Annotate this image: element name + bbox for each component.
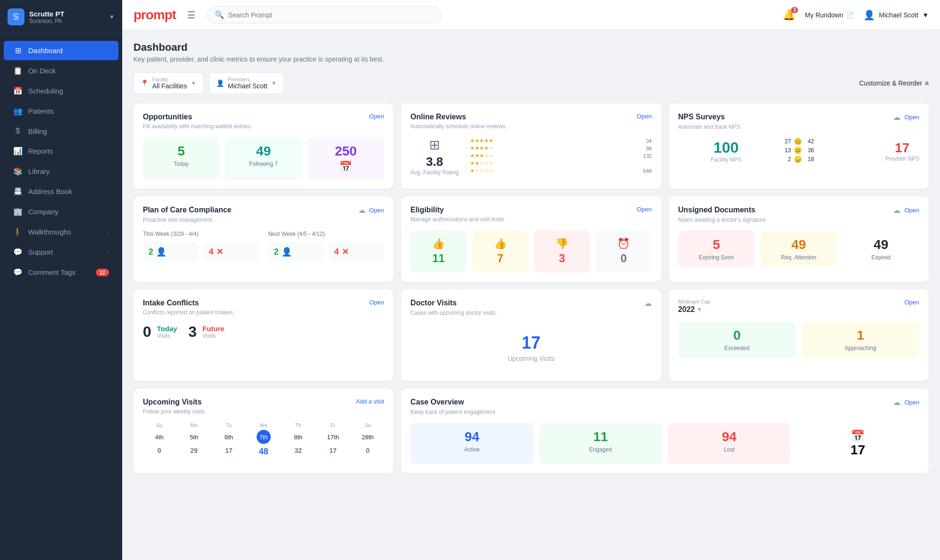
unsigned-subtitle: Notes awaiting a doctor's signature. (678, 217, 919, 223)
sidebar-item-address-book[interactable]: 📇 Address Book (4, 182, 118, 201)
intake-subtitle: Conflicts reported on patient intakes. (143, 309, 384, 316)
case-overview-subtitle: Keep track of patient engagement. (410, 409, 919, 415)
day-name-sa: Sa (351, 422, 384, 428)
notification-badge: 3 (791, 7, 799, 13)
facility-filter[interactable]: 📍 Facility All Facilities ▼ (133, 72, 204, 94)
sidebar-item-reports[interactable]: 📊 Reports (4, 141, 118, 161)
case-calendar-metric: 📅 17 (796, 423, 919, 464)
facility-nps-block: 100 Facility NPS (678, 139, 774, 163)
case-active-value: 94 (417, 429, 527, 444)
sidebar-item-library[interactable]: 📚 Library (4, 162, 118, 181)
nps-row-2: 13 😐 36 (782, 147, 877, 154)
calendar-icon: 📅 (315, 161, 376, 173)
sidebar-item-patients[interactable]: 👥 Patients (4, 101, 118, 121)
customize-reorder-button[interactable]: Customize & Reorder ≡ (859, 79, 929, 87)
sidebar-item-support[interactable]: 💬 Support › (4, 242, 118, 262)
providers-value: Michael Scott (228, 82, 267, 90)
intake-future-item: 3 Future Visits (188, 323, 224, 341)
case-lost-value: 94 (674, 429, 784, 444)
sidebar-item-comment-tags[interactable]: 💬 Comment Tags 12 (4, 263, 118, 282)
main-content: prompt ☰ 🔍 🔔 3 My Rundown 📄 👤 Michael Sc… (122, 0, 940, 560)
doctor-visits-cloud-icon: ☁ (644, 299, 652, 308)
medicare-cap-card: Medicare Cap 2022 ▼ Open 0 Exceeded (669, 289, 929, 381)
medicare-open-link[interactable]: Open (904, 299, 919, 306)
library-icon: 📚 (13, 167, 23, 176)
unsigned-open-link[interactable]: Open (904, 207, 919, 214)
elig-good-value: 11 (418, 252, 459, 265)
day-col-sa: Sa 28th 0 (351, 422, 384, 457)
sidebar-item-dashboard[interactable]: ⊞ Dashboard (4, 41, 118, 60)
case-lost-metric: 94 Lost (668, 423, 791, 464)
page-header: Dashboard Key patient, provider, and cli… (133, 41, 929, 63)
req-attention-label: Req. Attention (767, 254, 830, 261)
search-input[interactable] (228, 11, 434, 19)
expiring-soon-label: Expiring Soon (685, 254, 748, 261)
search-bar[interactable]: 🔍 (207, 6, 442, 23)
nps-left-3: 2 (782, 156, 791, 163)
opportunities-metrics: 5 Today 49 Following 7 250 📅 (143, 137, 384, 179)
opportunities-subtitle: Fill availability with matching waitlist… (143, 123, 384, 130)
opportunities-open-link[interactable]: Open (369, 113, 384, 120)
avg-rating-value: 3.8 (410, 155, 459, 169)
sidebar-item-scheduling[interactable]: 📅 Scheduling (4, 81, 118, 101)
menu-icon[interactable]: ☰ (187, 9, 196, 21)
avg-rating-label: Avg. Facility Rating (410, 169, 459, 176)
nps-open-link[interactable]: Open (904, 114, 919, 121)
user-menu[interactable]: 👤 Michael Scott ▼ (863, 9, 929, 21)
star-count-1: 648 (643, 168, 651, 174)
nps-row-1: 27 😊 42 (782, 138, 877, 145)
elig-bad-metric: 👎 3 (534, 230, 590, 272)
sidebar-item-on-deck[interactable]: 📋 On Deck (4, 61, 118, 80)
sidebar: S Scrutte PT Scranton, PA ▼ ⊞ Dashboard … (0, 0, 122, 560)
sidebar-item-billing[interactable]: $ Billing (4, 122, 118, 140)
user-name: Michael Scott (879, 11, 918, 19)
notifications-button[interactable]: 🔔 3 (783, 9, 795, 21)
nps-right-2: 36 (805, 147, 814, 154)
poc-week1-label: This Week (3/29 - 4/4) (143, 231, 259, 237)
providers-filter[interactable]: 👤 Providers Michael Scott ▼ (209, 72, 284, 94)
facility-nps-value: 100 (678, 139, 774, 156)
opp-calendar-value: 250 (315, 144, 376, 159)
add-visit-link[interactable]: Add a visit (356, 398, 384, 405)
intake-conflicts-card: Intake Conflicts Open Conflicts reported… (133, 289, 393, 381)
plan-of-care-card: Plan of Care Compliance ☁ Open Proactive… (133, 196, 393, 282)
expiring-soon-metric: 5 Expiring Soon (678, 231, 755, 267)
intake-open-link[interactable]: Open (369, 299, 384, 306)
poc-open-link[interactable]: Open (369, 207, 384, 214)
poc-week2: Next Week (4/5 - 4/12) 2 👤 4 ✕ (268, 231, 384, 262)
sidebar-label-walkthroughs: Walkthroughs (28, 228, 107, 236)
online-reviews-open-link[interactable]: Open (637, 113, 652, 120)
day-count-th: 32 (282, 447, 315, 454)
person-icon-1: 👤 (156, 247, 166, 257)
facility-label: Facility (152, 77, 187, 82)
doctor-visits-subtitle: Cases with upcoming doctor visits. (410, 310, 651, 316)
location-icon: 📍 (141, 79, 149, 87)
patients-icon: 👥 (13, 107, 23, 116)
poc-w1-m1: 2 👤 (143, 242, 198, 262)
day-col-we[interactable]: We 7th 48 (247, 422, 280, 457)
nps-content: 100 Facility NPS 27 😊 42 13 😐 36 (678, 138, 919, 164)
elig-good-metric: 👍 11 (410, 230, 466, 272)
day-name-su: Su (143, 422, 176, 428)
unsigned-docs-card: Unsigned Documents ☁ Open Notes awaiting… (669, 196, 929, 282)
poc-week2-label: Next Week (4/5 - 4/12) (268, 231, 384, 237)
sidebar-item-company[interactable]: 🏢 Company (4, 202, 118, 221)
nps-right-1: 42 (805, 138, 814, 145)
nps-breakdown: 27 😊 42 13 😐 36 2 😞 18 (782, 138, 877, 164)
facility-value: All Facilities (152, 82, 187, 90)
billing-icon: $ (13, 127, 23, 135)
intake-future-sub: Visits (203, 333, 225, 339)
medicare-year-selector[interactable]: 2022 ▼ (678, 305, 710, 314)
doctor-visits-label: Upcoming Visits (410, 355, 651, 362)
nps-left-1: 27 (782, 138, 791, 145)
sidebar-item-walkthroughs[interactable]: 🚶 Walkthroughs › (4, 222, 118, 241)
star-row-2: ★★☆☆☆ (470, 160, 652, 166)
eligibility-open-link[interactable]: Open (637, 206, 652, 213)
rating-table-icon: ⊞ (410, 137, 459, 153)
intake-metrics: 0 Today Visits 3 Future Visits (143, 323, 384, 341)
my-rundown-label: My Rundown (805, 11, 843, 19)
case-overview-open-link[interactable]: Open (904, 399, 919, 406)
org-selector[interactable]: S Scrutte PT Scranton, PA ▼ (0, 0, 122, 34)
dashboard-icon: ⊞ (13, 46, 23, 55)
my-rundown-button[interactable]: My Rundown 📄 (805, 11, 854, 19)
